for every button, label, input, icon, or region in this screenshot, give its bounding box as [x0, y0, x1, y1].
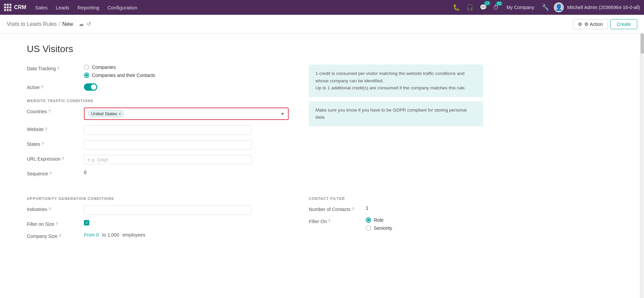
breadcrumb-parent[interactable]: Visits to Leads Rules: [7, 21, 57, 27]
data-tracking-help[interactable]: ?: [57, 66, 59, 71]
sequence-row: Sequence ? 0: [27, 170, 289, 176]
website-value: [84, 125, 289, 135]
industries-help[interactable]: ?: [49, 207, 51, 212]
breadcrumb: Visits to Leads Rules / New ☁ ↺: [7, 21, 573, 27]
company-size-to: to 1,000: [102, 232, 119, 238]
credit-info-box: 1 credit is consumed per visitor matchin…: [309, 65, 483, 97]
contact-filter-section-header: CONTACT FILTER: [309, 197, 483, 201]
breadcrumb-actions: ⚙ ⚙ Action Create: [573, 19, 637, 29]
nav-sales[interactable]: Sales: [32, 3, 51, 12]
navbar: CRM Sales Leads Reporting Configuration …: [0, 0, 644, 15]
sequence-help[interactable]: ?: [49, 171, 52, 176]
company-name: My Company: [504, 5, 537, 10]
form-container: US Visitors Data Tracking ? Companies: [0, 34, 503, 254]
filter-on-role-label: Role: [374, 217, 384, 223]
company-size-inputs: From 0 to 1,000 employees: [84, 232, 289, 238]
website-row: Website ?: [27, 125, 289, 135]
states-help[interactable]: ?: [42, 142, 44, 146]
number-of-contacts-label: Number of Contacts ?: [309, 205, 366, 212]
chat-icon[interactable]: 💬 13: [478, 2, 488, 12]
nav-reporting[interactable]: Reporting: [74, 3, 103, 12]
sequence-value: 0: [84, 170, 289, 175]
website-input[interactable]: [84, 125, 252, 135]
radio-companies-contacts-circle: [84, 73, 89, 78]
user-name: Mitchell Admin (20366964-16-0-all): [567, 5, 640, 10]
radio-companies-contacts-label: Companies and their Contacts: [92, 73, 155, 78]
radio-companies-contacts[interactable]: Companies and their Contacts: [84, 73, 289, 78]
company-size-from: From 0: [84, 232, 99, 238]
breadcrumb-icons: ☁ ↺: [79, 21, 91, 27]
states-label: States ?: [27, 140, 84, 147]
form-body: Data Tracking ? Companies Companies and …: [27, 65, 483, 182]
number-of-contacts-help[interactable]: ?: [352, 207, 354, 212]
active-help[interactable]: ?: [41, 85, 43, 90]
url-expression-label: URL Expression ?: [27, 155, 84, 162]
cloud-save-icon[interactable]: ☁: [79, 21, 84, 27]
headset-icon[interactable]: 🎧: [465, 2, 475, 12]
radio-companies[interactable]: Companies: [84, 65, 289, 70]
form-left: Data Tracking ? Companies Companies and …: [27, 65, 289, 182]
create-button[interactable]: Create: [610, 19, 637, 29]
radio-companies-circle: [84, 65, 89, 70]
company-size-value: From 0 to 1,000 employees: [84, 232, 289, 238]
states-input[interactable]: [84, 140, 252, 150]
countries-dropdown-arrow[interactable]: ▼: [281, 112, 285, 116]
app-brand[interactable]: CRM: [4, 4, 26, 11]
data-tracking-row: Data Tracking ? Companies Companies and …: [27, 65, 289, 78]
url-expression-input[interactable]: [84, 155, 252, 164]
scrollbar[interactable]: [640, 34, 644, 298]
action-button[interactable]: ⚙ ⚙ Action: [573, 19, 608, 29]
filter-on-size-value: [84, 220, 289, 225]
countries-row: Countries ? United States × ▼: [27, 108, 289, 120]
countries-help[interactable]: ?: [48, 109, 51, 114]
avatar[interactable]: 👤: [554, 2, 564, 12]
number-of-contacts-number: 1: [366, 205, 368, 211]
filter-on-size-checkbox[interactable]: [84, 220, 289, 225]
industries-label: Industries ?: [27, 205, 84, 212]
clock-icon[interactable]: ⏱ 62: [492, 3, 500, 12]
filter-on-size-label: Filter on Size ?: [27, 220, 84, 227]
data-tracking-options: Companies Companies and their Contacts: [84, 65, 289, 78]
active-row: Active ?: [27, 83, 289, 91]
bottom-left: OPPORTUNITY GENERATION CONDITIONS Indust…: [27, 188, 289, 244]
website-traffic-section-header: WEBSITE TRAFFIC CONDITIONS: [27, 99, 289, 103]
nav-configuration[interactable]: Configuration: [104, 3, 141, 12]
company-size-help[interactable]: ?: [59, 234, 61, 239]
countries-field[interactable]: United States × ▼: [84, 108, 289, 120]
nav-icons: 🐛 🎧 💬 13 ⏱ 62 My Company 🔧 👤 Mitchell Ad…: [451, 2, 640, 12]
website-help[interactable]: ?: [45, 127, 47, 132]
filter-on-size-row: Filter on Size ?: [27, 220, 289, 227]
countries-input[interactable]: [126, 111, 281, 117]
gdpr-info-text: Make sure you know if you have to be GDP…: [315, 108, 466, 120]
refresh-icon[interactable]: ↺: [87, 21, 91, 27]
filter-on-seniority-circle: [366, 225, 371, 231]
filter-on-role[interactable]: Role: [366, 217, 483, 223]
sequence-label: Sequence ?: [27, 170, 84, 176]
bottom-section: OPPORTUNITY GENERATION CONDITIONS Indust…: [27, 188, 483, 244]
countries-field-container: United States × ▼: [84, 108, 289, 120]
settings-icon[interactable]: 🔧: [540, 2, 550, 12]
breadcrumb-current: New: [62, 21, 73, 27]
countries-tag-label: United States: [91, 111, 117, 116]
industries-value: [84, 205, 289, 215]
active-toggle[interactable]: [84, 83, 97, 91]
filter-on-size-checkbox-box[interactable]: [84, 220, 89, 225]
breadcrumb-bar: Visits to Leads Rules / New ☁ ↺ ⚙ ⚙ Acti…: [0, 15, 644, 34]
nav-leads[interactable]: Leads: [52, 3, 73, 12]
filter-on-label: Filter On ?: [309, 217, 366, 224]
filter-on-size-help[interactable]: ?: [56, 222, 58, 226]
industries-input[interactable]: [84, 205, 252, 215]
countries-tag-remove[interactable]: ×: [118, 112, 121, 116]
form-right: 1 credit is consumed per visitor matchin…: [309, 65, 483, 130]
filter-on-help[interactable]: ?: [328, 219, 331, 224]
scrollbar-thumb[interactable]: [641, 34, 644, 54]
breadcrumb-separator: /: [59, 21, 60, 27]
url-expression-value: [84, 155, 289, 164]
url-expression-row: URL Expression ?: [27, 155, 289, 164]
url-expression-help[interactable]: ?: [62, 157, 64, 161]
action-label: ⚙ Action: [584, 22, 603, 27]
filter-on-seniority[interactable]: Seniority: [366, 225, 483, 231]
bug-icon[interactable]: 🐛: [451, 2, 461, 12]
number-of-contacts-value: 1: [366, 205, 483, 211]
apps-icon[interactable]: [4, 4, 11, 11]
